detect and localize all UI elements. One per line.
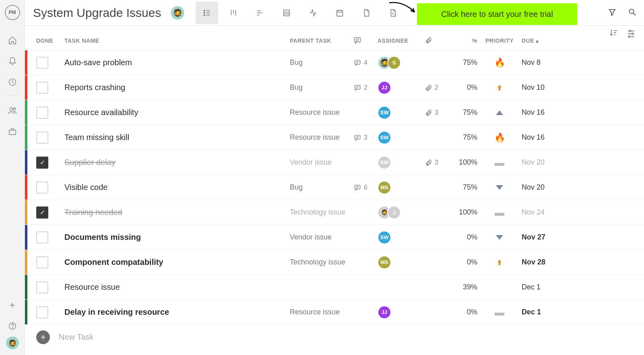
due-date[interactable]: Nov 16 (522, 108, 545, 116)
assignees[interactable]: SW (378, 231, 425, 244)
priority[interactable] (477, 259, 522, 266)
cta-banner[interactable]: Click here to start your free trial (417, 3, 577, 25)
view-gantt-icon[interactable] (249, 2, 271, 24)
header-attach-icon[interactable] (425, 37, 446, 45)
assignee-avatar[interactable]: SW (378, 156, 391, 169)
task-name[interactable]: Reports crashing (64, 83, 125, 92)
parent-task[interactable]: Technology issue (290, 208, 345, 216)
add-task-button[interactable]: + (36, 330, 50, 344)
percent-complete[interactable]: 75% (463, 58, 477, 66)
parent-task[interactable]: Resource issue (290, 308, 340, 316)
parent-task[interactable]: Vendor issue (290, 158, 332, 166)
parent-task[interactable]: Bug (290, 58, 303, 66)
task-row[interactable]: ✓ Training needed Technology issue 🧔J 10… (25, 200, 644, 225)
done-checkbox[interactable] (36, 306, 48, 318)
task-row[interactable]: Documents missing Vendor issue SW 0% Nov… (25, 225, 644, 250)
due-date[interactable]: Nov 24 (522, 208, 545, 216)
assignees[interactable]: SW (378, 106, 425, 120)
assignees[interactable]: JJ (378, 305, 425, 319)
nav-clock-icon[interactable] (4, 74, 21, 90)
comments-count[interactable]: 6 (353, 184, 378, 191)
due-date[interactable]: Dec 1 (522, 283, 541, 291)
assignees[interactable]: 🧔S (378, 56, 425, 70)
header-parent[interactable]: PARENT TASK (290, 37, 353, 44)
nav-bell-icon[interactable] (4, 53, 21, 69)
parent-task[interactable]: Bug (290, 83, 303, 91)
priority[interactable] (477, 110, 522, 115)
task-name[interactable]: Supplier delay (64, 158, 116, 167)
done-checkbox[interactable] (36, 231, 48, 244)
due-date[interactable]: Nov 16 (522, 133, 545, 141)
task-name[interactable]: Documents missing (64, 233, 141, 241)
percent-complete[interactable]: 0% (467, 233, 477, 241)
assignee-avatar[interactable]: S (387, 56, 401, 70)
percent-complete[interactable]: 75% (463, 183, 477, 191)
task-name[interactable]: Component compatability (64, 258, 163, 266)
assignees[interactable]: 🧔J (378, 206, 425, 219)
parent-task[interactable]: Resource issue (290, 108, 340, 116)
header-priority[interactable]: PRIORITY (477, 37, 522, 44)
priority[interactable]: ▬ (477, 307, 522, 318)
due-date[interactable]: Nov 27 (522, 233, 545, 241)
percent-complete[interactable]: 75% (463, 108, 477, 116)
priority[interactable]: 🔥 (477, 132, 522, 143)
assignee-avatar[interactable]: MS (378, 256, 391, 269)
assignees[interactable]: SW (378, 131, 425, 144)
done-checkbox[interactable]: ✓ (36, 157, 48, 169)
task-row[interactable]: Component compatability Technology issue… (25, 250, 644, 275)
filter-icon[interactable] (608, 8, 617, 18)
assignee-avatar[interactable]: J (387, 206, 401, 219)
project-owner-avatar[interactable]: 🧔 (171, 6, 184, 20)
assignee-avatar[interactable]: JJ (378, 305, 391, 319)
header-due[interactable]: DUE ▴ (522, 37, 566, 44)
assignee-avatar[interactable]: MS (378, 181, 391, 194)
done-checkbox[interactable] (36, 82, 48, 94)
priority[interactable]: 🔥 (477, 58, 522, 68)
search-icon[interactable] (628, 8, 637, 18)
task-name[interactable]: Training needed (64, 208, 122, 217)
nav-briefcase-icon[interactable] (4, 124, 21, 140)
user-avatar[interactable]: 🧔 (6, 336, 19, 349)
parent-task[interactable]: Bug (290, 183, 303, 191)
done-checkbox[interactable] (36, 57, 48, 69)
done-checkbox[interactable] (36, 256, 48, 268)
parent-task[interactable]: Vendor issue (290, 233, 332, 241)
percent-complete[interactable]: 0% (467, 258, 477, 266)
parent-task[interactable]: Resource issue (290, 133, 340, 141)
percent-complete[interactable]: 75% (463, 133, 477, 141)
nav-home-icon[interactable] (4, 32, 21, 48)
task-row[interactable]: Reports crashing Bug 2 JJ 2 0% Nov 10 (25, 75, 644, 100)
priority[interactable] (477, 185, 522, 190)
percent-complete[interactable]: 100% (459, 158, 477, 166)
task-row[interactable]: Delay in receiving resource Resource iss… (25, 299, 644, 324)
attachments-count[interactable]: 3 (425, 159, 446, 166)
task-name[interactable]: Resource availability (64, 108, 138, 117)
brand-logo[interactable]: PM (5, 5, 20, 20)
new-task-row[interactable]: +New Task (25, 324, 644, 349)
priority[interactable] (477, 84, 522, 91)
task-name[interactable]: Team missing skill (64, 133, 129, 142)
assignees[interactable]: JJ (378, 81, 425, 95)
done-checkbox[interactable]: ✓ (36, 206, 48, 219)
task-row[interactable]: Resource issue 39% Dec 1 (25, 275, 644, 299)
comments-count[interactable]: 3 (353, 134, 378, 141)
view-file-icon[interactable] (355, 2, 378, 24)
assignees[interactable]: MS (378, 181, 425, 194)
task-row[interactable]: Resource availability Resource issue SW … (25, 100, 644, 125)
view-activity-icon[interactable] (302, 2, 324, 24)
percent-complete[interactable]: 39% (463, 283, 477, 291)
priority[interactable] (477, 235, 522, 240)
assignee-avatar[interactable]: JJ (378, 81, 391, 95)
nav-help-icon[interactable] (4, 318, 21, 334)
view-board-icon[interactable] (222, 2, 245, 24)
assignees[interactable]: MS (378, 256, 425, 269)
priority[interactable]: ▬ (477, 157, 522, 168)
task-name[interactable]: Resource issue (64, 283, 120, 291)
task-row[interactable]: Team missing skill Resource issue 3 SW 7… (25, 125, 644, 150)
percent-complete[interactable]: 0% (467, 83, 477, 91)
percent-complete[interactable]: 100% (459, 208, 477, 216)
due-date[interactable]: Dec 1 (522, 308, 541, 316)
attachments-count[interactable]: 3 (425, 109, 446, 116)
due-date[interactable]: Nov 28 (522, 258, 545, 266)
done-checkbox[interactable] (36, 182, 48, 194)
